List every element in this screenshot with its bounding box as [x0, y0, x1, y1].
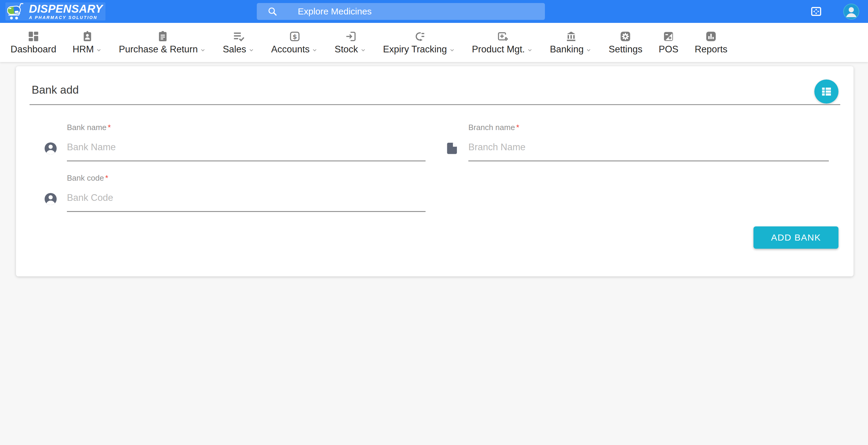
nav-item-product-mgt[interactable]: Product Mgt.	[464, 30, 542, 55]
branch-name-field-group: Branch name*	[445, 123, 829, 161]
bank-code-label: Bank code	[67, 173, 104, 182]
nav-item-pos[interactable]: POS	[650, 30, 686, 55]
nav-item-reports[interactable]: Reports	[687, 30, 736, 55]
logo-subtitle: A PHARMACY SOLUTION	[29, 15, 103, 20]
chevron-down-icon	[448, 46, 456, 54]
person-icon	[43, 141, 58, 156]
page-content: Bank add Bank name*	[0, 62, 868, 445]
required-marker: *	[105, 173, 108, 182]
bank-list-button[interactable]	[814, 79, 838, 104]
nav-label: Dashboard	[10, 44, 56, 55]
search-input[interactable]: Explore Medicines	[257, 3, 545, 20]
chevron-down-icon	[585, 46, 592, 54]
box-arrow-icon	[344, 30, 357, 43]
nav-label: Banking	[550, 44, 584, 55]
cart-pill-logo-icon	[7, 3, 27, 20]
add-product-icon	[496, 30, 509, 43]
bar-chart-icon	[705, 30, 717, 43]
bank-code-field-group: Bank code*	[43, 173, 426, 212]
nav-item-expiry-tracking[interactable]: Expiry Tracking	[375, 30, 464, 55]
svg-text:$: $	[293, 33, 297, 40]
chevron-down-icon	[95, 46, 102, 54]
search-placeholder: Explore Medicines	[298, 6, 372, 16]
add-bank-button[interactable]: ADD BANK	[753, 227, 838, 249]
chevron-down-icon	[526, 46, 533, 54]
nav-label: Stock	[335, 44, 358, 55]
bank-code-input[interactable]	[67, 184, 426, 212]
nav-label: Purchase & Return	[119, 44, 198, 55]
pos-icon	[662, 30, 675, 43]
gear-icon	[619, 30, 632, 43]
bank-name-field-group: Bank name*	[43, 123, 426, 161]
nav-item-dashboard[interactable]: Dashboard	[2, 30, 64, 55]
clipboard-icon	[156, 30, 169, 43]
fullscreen-icon[interactable]	[809, 5, 824, 18]
branch-name-label: Branch name	[468, 123, 515, 132]
nav-label: Sales	[223, 44, 246, 55]
top-bar: DISPENSARY A PHARMACY SOLUTION Explore M…	[0, 0, 868, 23]
nav-label: Accounts	[271, 44, 310, 55]
logo-title: DISPENSARY	[29, 3, 103, 14]
list-icon	[819, 84, 833, 98]
user-avatar[interactable]	[843, 4, 859, 20]
required-marker: *	[108, 123, 111, 132]
branch-name-input[interactable]	[468, 134, 829, 161]
nav-item-stock[interactable]: Stock	[327, 30, 375, 55]
dollar-box-icon: $	[288, 30, 301, 43]
nav-label: Expiry Tracking	[383, 44, 447, 55]
avatar-person-icon	[844, 4, 859, 19]
bank-icon	[565, 30, 578, 43]
chevron-down-icon	[199, 46, 207, 54]
page-title: Bank add	[32, 84, 79, 96]
person-icon	[43, 192, 58, 206]
app-logo[interactable]: DISPENSARY A PHARMACY SOLUTION	[5, 2, 105, 21]
nav-item-hrm[interactable]: HRM	[64, 30, 111, 55]
bank-name-input[interactable]	[67, 134, 426, 161]
chevron-down-icon	[360, 46, 367, 54]
nav-label: Product Mgt.	[472, 44, 525, 55]
nav-label: HRM	[73, 44, 94, 55]
chevron-down-icon	[248, 46, 255, 54]
nav-item-settings[interactable]: Settings	[600, 30, 650, 55]
nav-item-purchase-return[interactable]: Purchase & Return	[111, 30, 215, 55]
dashboard-icon	[27, 30, 40, 43]
bank-add-card: Bank add Bank name*	[16, 66, 854, 276]
badge-icon	[81, 30, 94, 43]
nav-item-banking[interactable]: Banking	[541, 30, 600, 55]
bank-name-label: Bank name	[67, 123, 107, 132]
nav-label: Settings	[609, 44, 642, 55]
required-marker: *	[516, 123, 519, 132]
main-nav: Dashboard HRM Purchase & Return	[0, 23, 868, 62]
rotate-list-icon	[413, 30, 426, 43]
search-icon	[267, 6, 278, 17]
nav-label: Reports	[695, 44, 727, 55]
document-icon	[445, 141, 459, 156]
nav-item-sales[interactable]: Sales	[215, 30, 263, 55]
chevron-down-icon	[311, 46, 318, 54]
nav-label: POS	[658, 44, 678, 55]
nav-item-accounts[interactable]: $ Accounts	[263, 30, 327, 55]
title-divider	[30, 104, 840, 105]
list-check-icon	[232, 30, 245, 43]
